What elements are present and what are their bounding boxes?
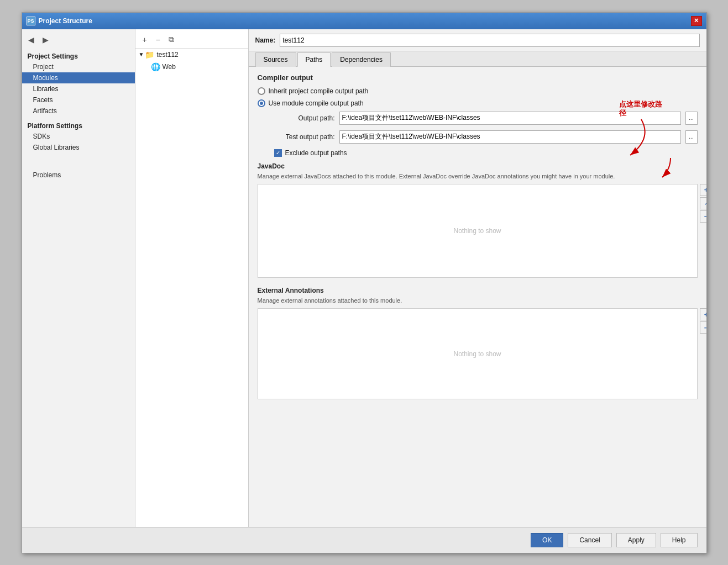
ext-annotations-side-buttons: + − (700, 308, 706, 334)
tree-node-test112[interactable]: ▼ 📁 test112 (135, 49, 248, 61)
ext-annotations-list-panel: Nothing to show (258, 308, 698, 399)
tree-remove-button[interactable]: − (152, 34, 164, 46)
main-content: Name: Sources Paths Dependencies Compile… (249, 29, 706, 527)
javadoc-desc: Manage external JavaDocs attached to thi… (258, 172, 698, 181)
ext-annotations-list-container: Nothing to show + − (258, 308, 698, 399)
use-module-radio-label: Use module compile output path (269, 99, 364, 107)
tree-node-label: test112 (156, 51, 178, 59)
ext-annotations-remove-button[interactable]: − (700, 321, 706, 334)
javadoc-remove-button[interactable]: − (700, 210, 706, 223)
tree-node-web[interactable]: 🌐 Web (135, 61, 248, 73)
output-path-browse-button[interactable]: ... (685, 112, 698, 125)
test-output-path-row: Test output path: ... (258, 130, 698, 144)
ext-annotations-add-button[interactable]: + (700, 308, 706, 320)
name-input[interactable] (280, 34, 699, 47)
test-output-path-label: Test output path: (274, 133, 335, 141)
tab-sources[interactable]: Sources (255, 52, 296, 67)
tree-node-web-label: Web (163, 63, 176, 71)
platform-settings-label: Platform Settings (22, 120, 135, 131)
use-module-radio-row: Use module compile output path (258, 99, 698, 107)
tab-dependencies[interactable]: Dependencies (332, 52, 391, 67)
module-tree: + − ⧉ ▼ 📁 test112 🌐 Web (135, 29, 249, 527)
tabs-bar: Sources Paths Dependencies (249, 52, 706, 67)
project-settings-label: Project Settings (22, 50, 135, 61)
javadoc-list-container: Nothing to show + ↗ − (258, 184, 698, 278)
sidebar-item-libraries[interactable]: Libraries (22, 83, 135, 94)
javadoc-list-panel: Nothing to show (258, 184, 698, 278)
ext-annotations-desc: Manage external annotations attached to … (258, 297, 698, 305)
dialog-body: ◀ ▶ Project Settings Project Modules Lib… (22, 29, 706, 527)
test-output-path-input[interactable] (339, 130, 681, 144)
apply-button[interactable]: Apply (616, 533, 656, 547)
output-path-label: Output path: (274, 114, 335, 122)
javadoc-side-buttons: + ↗ − (700, 184, 706, 223)
sidebar-item-artifacts[interactable]: Artifacts (22, 105, 135, 117)
javadoc-add-button[interactable]: + (700, 184, 706, 196)
close-button[interactable]: ✕ (691, 16, 702, 26)
dialog-title: Project Structure (39, 17, 92, 25)
help-button[interactable]: Help (661, 533, 698, 547)
exclude-checkbox[interactable]: ✓ (274, 149, 282, 157)
sidebar-item-facets[interactable]: Facets (22, 94, 135, 105)
sidebar-item-problems[interactable]: Problems (22, 170, 135, 181)
ext-annotations-title: External Annotations (258, 287, 698, 294)
exclude-checkbox-label: Exclude output paths (285, 149, 347, 157)
inherit-radio-label: Inherit project compile output path (269, 87, 369, 95)
sidebar: ◀ ▶ Project Settings Project Modules Lib… (22, 29, 135, 527)
web-module-icon: 🌐 (151, 62, 160, 71)
tree-toolbar: + − ⧉ (135, 31, 248, 49)
tab-paths[interactable]: Paths (297, 52, 331, 67)
inherit-radio-row: Inherit project compile output path (258, 87, 698, 95)
module-icon: 📁 (145, 50, 154, 59)
cancel-button[interactable]: Cancel (568, 533, 611, 547)
project-structure-dialog: PS Project Structure ✕ ◀ ▶ Project Setti… (22, 12, 707, 553)
compiler-output-title: Compiler output (258, 73, 698, 82)
title-bar: PS Project Structure ✕ (22, 13, 706, 29)
sidebar-item-modules[interactable]: Modules (22, 72, 135, 83)
ok-button[interactable]: OK (531, 533, 563, 547)
name-label: Name: (255, 36, 276, 44)
sidebar-item-project[interactable]: Project (22, 61, 135, 72)
sidebar-item-sdks[interactable]: SDKs (22, 131, 135, 142)
content-area: Compiler output Inherit project compile … (249, 67, 706, 527)
output-path-row: Output path: ... (258, 112, 698, 125)
sidebar-nav: ◀ ▶ (22, 31, 135, 48)
ext-annotations-section: External Annotations Manage external ann… (258, 287, 698, 399)
tree-add-button[interactable]: + (139, 34, 151, 46)
javadoc-empty-text: Nothing to show (453, 227, 501, 235)
back-button[interactable]: ◀ (25, 34, 38, 46)
exclude-checkbox-row: ✓ Exclude output paths (258, 149, 698, 157)
tree-copy-button[interactable]: ⧉ (165, 34, 177, 46)
expand-icon: ▼ (139, 51, 144, 57)
forward-button[interactable]: ▶ (40, 34, 52, 46)
javadoc-edit-button[interactable]: ↗ (700, 197, 706, 209)
name-row: Name: (249, 29, 706, 52)
javadoc-title: JavaDoc (258, 162, 698, 170)
sidebar-item-global-libraries[interactable]: Global Libraries (22, 142, 135, 153)
javadoc-section: JavaDoc Manage external JavaDocs attache… (258, 162, 698, 278)
output-path-input[interactable] (339, 112, 681, 125)
use-module-radio[interactable] (258, 99, 265, 107)
inherit-radio[interactable] (258, 87, 265, 95)
dialog-icon: PS (27, 17, 35, 25)
ext-annotations-empty-text: Nothing to show (453, 350, 501, 358)
test-output-path-browse-button[interactable]: ... (685, 130, 698, 144)
dialog-footer: OK Cancel Apply Help (22, 527, 706, 553)
